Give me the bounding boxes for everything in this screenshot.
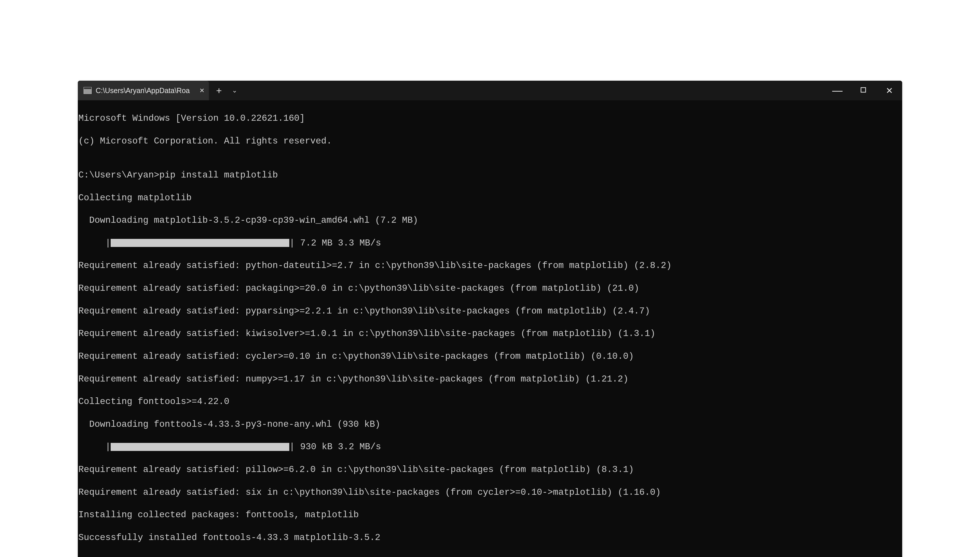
window-titlebar: C:\Users\Aryan\AppData\Roa × + ⌄ — ✕ — [78, 81, 902, 100]
output-line: Downloading fonttools-4.33.3-py3-none-an… — [78, 419, 902, 430]
output-line: Downloading matplotlib-3.5.2-cp39-cp39-w… — [78, 215, 902, 226]
tab-title: C:\Users\Aryan\AppData\Roa — [96, 86, 195, 95]
output-line: Requirement already satisfied: kiwisolve… — [78, 328, 902, 339]
cmd-icon — [83, 87, 92, 94]
tab-dropdown-button[interactable]: ⌄ — [227, 87, 243, 94]
output-line: Requirement already satisfied: pillow>=6… — [78, 464, 902, 475]
progress-prefix: | — [78, 238, 111, 249]
window-controls: — ✕ — [824, 81, 902, 100]
maximize-icon — [860, 87, 866, 93]
progress-suffix: | 7.2 MB 3.3 MB/s — [289, 238, 381, 249]
progress-bar-icon — [111, 239, 289, 247]
output-line: Requirement already satisfied: pyparsing… — [78, 305, 902, 317]
output-line: Collecting matplotlib — [78, 192, 902, 204]
new-tab-button[interactable]: + — [211, 86, 227, 95]
tab-actions: + ⌄ — [209, 86, 243, 95]
progress-row: || 7.2 MB 3.3 MB/s — [78, 238, 902, 249]
terminal-tab[interactable]: C:\Users\Aryan\AppData\Roa × — [78, 81, 209, 100]
terminal-output[interactable]: Microsoft Windows [Version 10.0.22621.16… — [78, 100, 902, 557]
output-line: Collecting fonttools>=4.22.0 — [78, 396, 902, 407]
output-line: Requirement already satisfied: python-da… — [78, 260, 902, 271]
progress-suffix: | 930 kB 3.2 MB/s — [289, 441, 381, 453]
output-line: C:\Users\Aryan>pip install matplotlib — [78, 169, 902, 181]
terminal-window: C:\Users\Aryan\AppData\Roa × + ⌄ — ✕ Mic… — [78, 81, 902, 557]
svg-rect-0 — [861, 88, 866, 92]
close-tab-icon[interactable]: × — [200, 86, 204, 95]
output-line: Installing collected packages: fonttools… — [78, 509, 902, 520]
minimize-button[interactable]: — — [824, 90, 850, 91]
maximize-button[interactable] — [850, 86, 876, 94]
output-line: Requirement already satisfied: packaging… — [78, 283, 902, 294]
progress-prefix: | — [78, 441, 111, 453]
output-line: Requirement already satisfied: cycler>=0… — [78, 351, 902, 362]
output-line: Requirement already satisfied: numpy>=1.… — [78, 373, 902, 385]
close-window-button[interactable]: ✕ — [876, 86, 902, 96]
output-line: (c) Microsoft Corporation. All rights re… — [78, 135, 902, 147]
output-line: Requirement already satisfied: six in c:… — [78, 487, 902, 498]
progress-bar-icon — [111, 443, 289, 451]
output-line: Successfully installed fonttools-4.33.3 … — [78, 532, 902, 543]
output-line: Microsoft Windows [Version 10.0.22621.16… — [78, 113, 902, 124]
progress-row: || 930 kB 3.2 MB/s — [78, 441, 902, 453]
